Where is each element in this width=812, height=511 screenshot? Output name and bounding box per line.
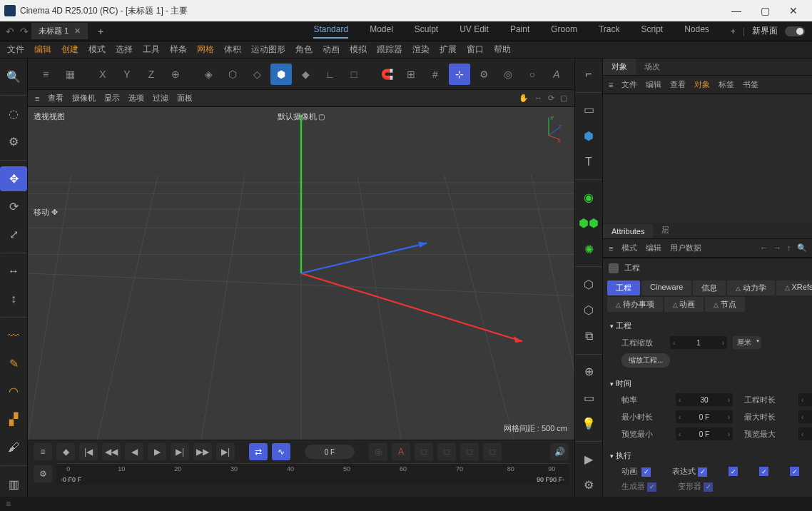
vp-pan-icon[interactable]: ✋ [519, 93, 529, 103]
axis-z-toggle[interactable]: Z [141, 64, 162, 85]
menu-help[interactable]: 帮助 [494, 44, 511, 56]
window-close[interactable]: ✕ [779, 0, 808, 21]
render-target-icon[interactable]: ◎ [497, 64, 519, 85]
om-menu-file[interactable]: 文件 [621, 79, 637, 90]
timeline-config-icon[interactable]: ⚙ [34, 465, 52, 482]
om-menu-objects[interactable]: 对象 [694, 79, 710, 90]
am-search-icon[interactable]: 🔍 [797, 243, 807, 253]
am-menu-edit[interactable]: 编辑 [646, 243, 661, 253]
layout-tab-paint[interactable]: Paint [510, 24, 529, 39]
generator-icon[interactable]: ⬡ [575, 299, 602, 323]
om-menu-tags[interactable]: 标签 [719, 79, 734, 90]
menu-simulate[interactable]: 模拟 [350, 44, 367, 56]
section-exec-header[interactable]: 执行 [610, 447, 812, 464]
layout-tab-standard[interactable]: Standard [313, 24, 348, 39]
layout-tab-uvedit[interactable]: UV Edit [460, 24, 489, 39]
render-view-icon[interactable]: ▶ [575, 447, 602, 471]
autokey-icon[interactable]: A [392, 443, 410, 460]
live-select-tool[interactable]: ◌ [0, 101, 27, 126]
window-minimize[interactable]: — [722, 0, 751, 21]
field-fps[interactable]: 30 [676, 393, 733, 406]
menu-spline[interactable]: 样条 [170, 44, 187, 56]
redo-button[interactable]: ↷ [17, 26, 31, 37]
chk-gen[interactable]: ✓ [647, 482, 656, 492]
menu-tools[interactable]: 工具 [143, 44, 160, 56]
environment-icon[interactable]: ⊕ [575, 360, 602, 384]
am-menu-mode[interactable]: 模式 [621, 243, 637, 253]
section-time-header[interactable]: 时间 [610, 375, 812, 392]
add-layout-button[interactable]: + [731, 26, 736, 36]
menu-mode[interactable]: 模式 [88, 44, 106, 56]
next-frame-icon[interactable]: ▶| [171, 443, 189, 460]
chk-extra-a[interactable]: ✓ [729, 467, 738, 476]
am-menu-userdata[interactable]: 用户数据 [670, 243, 701, 253]
tab-layers[interactable]: 层 [653, 222, 678, 238]
tab-attributes[interactable]: Attributes [603, 224, 653, 238]
am-back-icon[interactable]: ← [760, 243, 768, 253]
snap-settings-icon[interactable]: ⊞ [400, 64, 422, 85]
goto-start-icon[interactable]: |◀ [79, 443, 98, 460]
om-hamburger-icon[interactable]: ≡ [609, 81, 613, 89]
attr-tab-dynamics[interactable]: 动力学 [727, 280, 775, 295]
search-icon[interactable]: 🔍 [0, 64, 27, 89]
menu-animate[interactable]: 动画 [323, 44, 340, 56]
light-object-icon[interactable]: 💡 [575, 413, 602, 436]
attr-tab-xrefs[interactable]: XRefs [776, 280, 812, 295]
mode-poly-icon[interactable]: ⬢ [270, 64, 292, 85]
menu-window[interactable]: 窗口 [467, 44, 484, 56]
attr-tab-cineware[interactable]: Cineware [641, 280, 691, 295]
mode-edge-icon[interactable]: ◆ [295, 64, 316, 85]
menu-edit[interactable]: 编辑 [34, 44, 51, 56]
cloner-object-icon[interactable]: ⬢⬢ [575, 211, 602, 235]
poly-pen-tool[interactable]: ▞ [0, 407, 27, 432]
field-preview-max[interactable]: 90 F [798, 427, 812, 440]
menu-volume[interactable]: 体积 [224, 44, 241, 56]
mode-tweak-icon[interactable]: □ [343, 64, 365, 85]
axis-y-toggle[interactable]: Y [116, 64, 138, 85]
workplane-tool[interactable]: ▥ [0, 472, 27, 497]
field-project-length[interactable]: 0 F [798, 393, 812, 406]
menu-mesh[interactable]: 网格 [197, 44, 214, 56]
layout-tab-track[interactable]: Track [599, 24, 620, 39]
brush-tool[interactable]: 🖌 [0, 435, 27, 460]
chk-anim[interactable]: ✓ [641, 467, 651, 477]
snap-toggle-icon[interactable]: 🧲 [376, 64, 397, 85]
field-max-time[interactable]: 90 F [798, 410, 812, 423]
vp-menu-filter[interactable]: 过滤 [153, 93, 168, 103]
perspective-viewport[interactable]: Y X Z 透视视图 默认摄像机 移动 ✥ 网格间距 : 500 cm [28, 107, 574, 440]
vp-orbit-icon[interactable]: ⟳ [548, 93, 554, 103]
field-preview-min[interactable]: 0 F [676, 427, 733, 440]
window-maximize[interactable]: ▢ [751, 0, 779, 21]
attr-tab-info[interactable]: 信息 [693, 280, 726, 295]
vp-menu-panel[interactable]: 面板 [177, 93, 193, 103]
document-tab[interactable]: 未标题 1 ✕ [31, 23, 88, 39]
am-hamburger-icon[interactable]: ≡ [609, 244, 613, 253]
mode-point-icon[interactable]: ∟ [319, 64, 340, 85]
symmetry-icon[interactable]: A [546, 64, 567, 85]
attr-tab-animation[interactable]: 动画 [664, 297, 704, 312]
record-key-icon[interactable]: ◎ [369, 443, 387, 460]
am-fwd-icon[interactable]: → [773, 243, 781, 253]
key-mode-icon[interactable]: ∿ [272, 443, 290, 460]
deformer-icon[interactable]: ⬡ [575, 273, 602, 296]
chk-extra-c[interactable]: ✓ [790, 467, 799, 476]
vp-dolly-icon[interactable]: ↔ [534, 93, 542, 103]
attr-tab-todo[interactable]: 待办事项 [607, 297, 663, 312]
menu-file[interactable]: 文件 [7, 44, 24, 56]
primitive-plane-icon[interactable]: ▭ [575, 98, 602, 121]
menu-mograph[interactable]: 运动图形 [251, 44, 285, 56]
menu-render[interactable]: 渲染 [412, 44, 430, 56]
field-min-time[interactable]: 0 F [676, 410, 733, 423]
vp-menu-display[interactable]: 显示 [104, 93, 120, 103]
asset-browser-icon[interactable]: ⌐ [575, 63, 602, 86]
spline-smooth-tool[interactable]: ✎ [0, 351, 27, 376]
timeline-menu-icon[interactable]: ≡ [34, 443, 52, 460]
timeline-ruler[interactable]: 0 10 20 30 40 50 60 70 80 90 ‹ 0 F 0 F [56, 463, 569, 485]
vp-hamburger-icon[interactable]: ≡ [35, 94, 39, 103]
workplane-icon[interactable]: ▦ [59, 64, 81, 85]
primitive-cube-icon[interactable]: ⬢ [575, 124, 602, 148]
field-object-icon[interactable]: ◉ [575, 186, 602, 209]
rotate-tool[interactable]: ⟳ [0, 194, 27, 219]
key-scale-icon[interactable]: □ [437, 443, 456, 460]
menu-select[interactable]: 选择 [116, 44, 133, 56]
